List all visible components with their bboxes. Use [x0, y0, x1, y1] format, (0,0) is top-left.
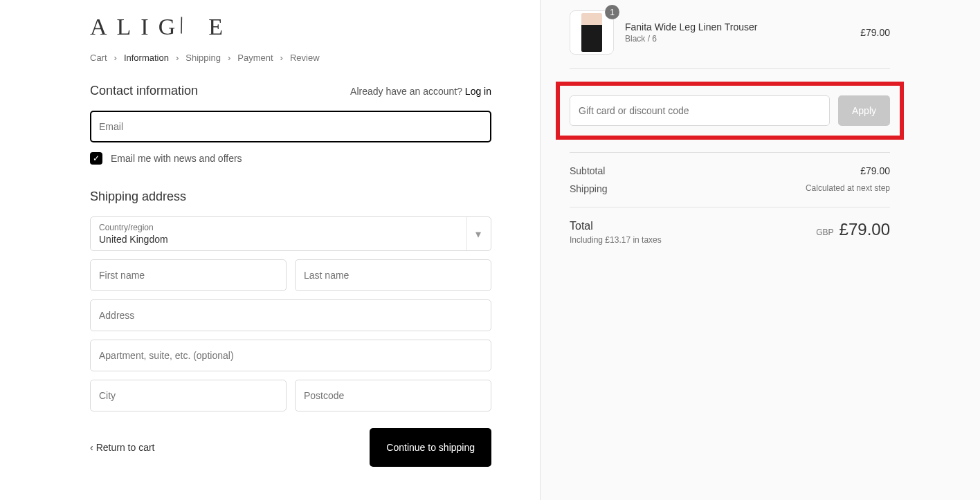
- cart-item: 1 Fanita Wide Leg Linen Trouser Black / …: [570, 10, 890, 55]
- subtotal-label: Subtotal: [570, 165, 605, 176]
- address-field[interactable]: [90, 299, 491, 331]
- newsletter-label: Email me with news and offers: [111, 153, 242, 164]
- chevron-right-icon: ›: [176, 53, 179, 63]
- tax-note: Including £13.17 in taxes: [570, 235, 662, 245]
- shipping-address-heading: Shipping address: [90, 189, 491, 204]
- brand-logo[interactable]: ALIG\ E: [90, 14, 491, 40]
- first-name-field[interactable]: [90, 259, 287, 291]
- currency-code: GBP: [816, 228, 833, 237]
- product-name: Fanita Wide Leg Linen Trouser: [625, 21, 849, 33]
- product-price: £79.00: [860, 27, 890, 38]
- account-prompt: Already have an account? Log in: [350, 86, 491, 97]
- login-link[interactable]: Log in: [465, 86, 491, 97]
- chevron-right-icon: ›: [114, 53, 117, 63]
- breadcrumb-payment: Payment: [237, 53, 273, 63]
- breadcrumb-cart[interactable]: Cart: [90, 53, 107, 63]
- continue-to-shipping-button[interactable]: Continue to shipping: [370, 428, 491, 467]
- breadcrumb-information: Information: [124, 53, 169, 63]
- discount-highlight-box: Apply: [556, 82, 904, 140]
- chevron-right-icon: ›: [280, 53, 283, 63]
- city-field[interactable]: [90, 380, 287, 411]
- country-value: United Kingdom: [99, 234, 482, 245]
- total-label: Total: [570, 220, 662, 232]
- country-select[interactable]: Country/region United Kingdom ▾: [90, 216, 491, 251]
- total-amount: £79.00: [840, 220, 890, 239]
- chevron-right-icon: ›: [228, 53, 230, 63]
- return-to-cart-link[interactable]: ‹ Return to cart: [90, 442, 155, 453]
- country-label: Country/region: [99, 223, 482, 232]
- postcode-field[interactable]: [295, 380, 491, 411]
- address2-field[interactable]: [90, 340, 491, 371]
- chevron-down-icon: ▾: [466, 217, 481, 250]
- subtotal-value: £79.00: [860, 165, 890, 176]
- newsletter-checkbox[interactable]: ✓: [90, 152, 102, 165]
- apply-discount-button[interactable]: Apply: [838, 95, 890, 126]
- quantity-badge: 1: [605, 5, 619, 19]
- product-variant: Black / 6: [625, 34, 849, 44]
- shipping-label: Shipping: [570, 183, 608, 194]
- contact-info-heading: Contact information: [90, 84, 198, 98]
- shipping-note: Calculated at next step: [806, 183, 890, 194]
- breadcrumb-review: Review: [290, 53, 320, 63]
- breadcrumb: Cart › Information › Shipping › Payment …: [90, 53, 491, 63]
- last-name-field[interactable]: [295, 259, 491, 291]
- product-thumbnail: 1: [570, 10, 614, 55]
- email-field[interactable]: [90, 111, 491, 142]
- chevron-left-icon: ‹: [90, 442, 93, 453]
- discount-code-input[interactable]: [570, 95, 830, 126]
- breadcrumb-shipping: Shipping: [185, 53, 221, 63]
